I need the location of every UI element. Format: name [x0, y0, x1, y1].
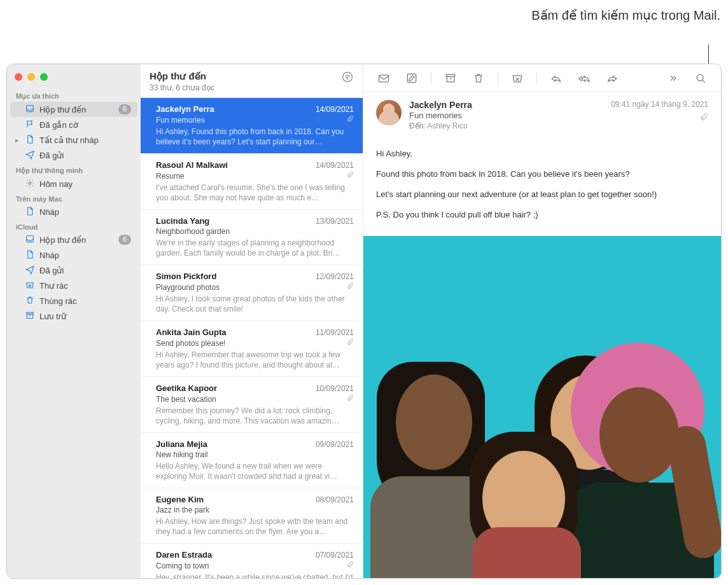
message-row[interactable]: Rasoul Al Malkawi14/09/2021ResumeI've at…: [141, 154, 363, 210]
sidebar-item-label: Tất cả thư nháp: [39, 135, 131, 145]
sidebar-item[interactable]: Lưu trữ: [10, 308, 137, 324]
sidebar-item-label: Lưu trữ: [39, 312, 131, 321]
inbox-icon: [24, 104, 36, 116]
search-button[interactable]: [689, 69, 712, 87]
doc-icon: [24, 206, 36, 218]
message-body-line: Let's start planning our next adventure …: [376, 188, 708, 202]
message-row[interactable]: Jackelyn Perra14/09/2021Fun memoriesHi A…: [141, 98, 363, 154]
to-label: Đến:: [409, 121, 426, 130]
message-from: Geetika Kapoor: [156, 383, 217, 393]
sidebar-item[interactable]: Thùng rác: [10, 293, 137, 308]
message-row[interactable]: Daren Estrada07/09/2021Coming to townHey…: [141, 544, 363, 578]
doc-icon: [24, 249, 36, 261]
attachment-icon: [611, 113, 708, 123]
message-preview: We're in the early stages of planning a …: [156, 238, 354, 258]
message-timestamp: 09:41 ngày 14 tháng 9, 2021: [611, 100, 708, 109]
more-button[interactable]: [661, 69, 684, 87]
message-subject: Resume: [156, 172, 185, 181]
inbox-subtitle: 33 thư, 6 chưa đọc: [150, 83, 214, 92]
sidebar-item[interactable]: Đã gửi: [10, 148, 137, 163]
trash-button[interactable]: [467, 69, 490, 87]
message-recipients: Đến: Ashley Rico: [409, 121, 603, 130]
sidebar: Mục ưa thíchHộp thư đến6Đã gắn cờ▸Tất cả…: [7, 64, 141, 578]
maximize-window-button[interactable]: [40, 73, 48, 81]
attachment-icon: [346, 171, 354, 181]
message-subject: Neighborhood garden: [156, 227, 230, 236]
filter-button[interactable]: [341, 71, 354, 85]
toolbar: [363, 64, 721, 92]
sidebar-item[interactable]: Đã gửi: [10, 263, 137, 278]
message-attachment-photo[interactable]: [363, 236, 721, 578]
message-preview: Hi Ashley, Found this photo from back in…: [156, 127, 354, 147]
message-row[interactable]: Eugene Kim08/09/2021Jazz in the parkHi A…: [141, 488, 363, 544]
forward-button[interactable]: [601, 69, 624, 87]
message-from: Ankita Jain Gupta: [156, 327, 227, 337]
attachment-icon: [346, 338, 354, 348]
message-list-pane: Hộp thư đến 33 thư, 6 chưa đọc Jackelyn …: [141, 64, 363, 578]
message-subject: Jazz in the park: [156, 506, 209, 514]
message-date: 14/09/2021: [316, 161, 354, 170]
junk-button[interactable]: [506, 69, 529, 87]
new-message-button[interactable]: [372, 69, 395, 87]
attachment-icon: [346, 394, 354, 404]
sidebar-section-label: Mục ưa thích: [7, 88, 141, 102]
attachment-icon: [346, 115, 354, 125]
message-row[interactable]: Juliana Mejia09/09/2021New hiking trailH…: [141, 433, 363, 488]
svg-point-0: [29, 182, 31, 184]
svg-rect-4: [379, 75, 389, 82]
sidebar-item[interactable]: Hộp thư đến6: [10, 232, 137, 247]
message-preview: Remember this journey? We did a lot: roc…: [156, 406, 354, 426]
reply-button[interactable]: [545, 69, 568, 87]
message-row[interactable]: Geetika Kapoor10/09/2021The best vacatio…: [141, 377, 363, 433]
svg-point-8: [697, 74, 703, 81]
archive-icon: [24, 310, 36, 322]
minimize-window-button[interactable]: [27, 73, 35, 81]
window-controls: [7, 69, 141, 88]
toolbar-separator: [498, 72, 498, 85]
chevron-right-icon: ▸: [15, 137, 18, 144]
sidebar-item-label: Hộp thư đến: [39, 105, 118, 114]
message-from: Eugene Kim: [156, 495, 204, 504]
message-subject: Playground photos: [156, 283, 220, 292]
archive-button[interactable]: [439, 69, 462, 87]
message-body-line: Hi Ashley,: [376, 147, 708, 161]
message-header: Jackelyn Perra Fun memories Đến: Ashley …: [363, 92, 721, 138]
message-body-line: P.S. Do you think I could pull off blue …: [376, 208, 708, 222]
sidebar-item[interactable]: Hôm nay: [10, 176, 137, 191]
message-list[interactable]: Jackelyn Perra14/09/2021Fun memoriesHi A…: [141, 98, 363, 578]
message-subject: Coming to town: [156, 561, 209, 570]
message-row[interactable]: Simon Pickford12/09/2021Playground photo…: [141, 265, 363, 321]
sidebar-item[interactable]: Thư rác: [10, 278, 137, 293]
message-from: Daren Estrada: [156, 550, 212, 560]
sidebar-item[interactable]: Nháp: [10, 247, 137, 263]
message-date: 07/09/2021: [316, 551, 354, 560]
sidebar-item-label: Thư rác: [39, 281, 131, 291]
sidebar-item[interactable]: Đã gắn cờ: [10, 117, 137, 132]
attachment-icon: [346, 282, 354, 292]
close-window-button[interactable]: [15, 73, 22, 81]
sender-name: Jackelyn Perra: [409, 100, 603, 110]
message-row[interactable]: Lucinda Yang13/09/2021Neighborhood garde…: [141, 210, 363, 265]
sidebar-item[interactable]: Nháp: [10, 204, 137, 219]
message-subject: Send photos please!: [156, 339, 225, 348]
compose-button[interactable]: [400, 69, 423, 87]
message-from: Juliana Mejia: [156, 439, 207, 449]
message-date: 11/09/2021: [316, 328, 354, 337]
message-row[interactable]: Ankita Jain Gupta11/09/2021Send photos p…: [141, 321, 363, 377]
inbox-title: Hộp thư đến: [150, 71, 214, 82]
sidebar-item[interactable]: ▸Tất cả thư nháp: [10, 132, 137, 148]
mail-window: Mục ưa thíchHộp thư đến6Đã gắn cờ▸Tất cả…: [6, 64, 722, 579]
sender-avatar[interactable]: [376, 100, 402, 125]
message-date: 09/09/2021: [316, 440, 354, 449]
message-from: Rasoul Al Malkawi: [156, 160, 228, 170]
callout-text: Bấm để tìm kiếm mục trong Mail.: [531, 6, 720, 24]
unread-badge: 6: [118, 235, 131, 245]
reader-pane: Jackelyn Perra Fun memories Đến: Ashley …: [363, 64, 721, 578]
message-date: 13/09/2021: [316, 217, 354, 226]
message-subject: New hiking trail: [156, 450, 207, 459]
sidebar-item[interactable]: Hộp thư đến6: [10, 102, 137, 117]
message-date: 14/09/2021: [316, 105, 354, 114]
reply-all-button[interactable]: [573, 69, 596, 87]
sent-icon: [24, 265, 36, 277]
message-date: 10/09/2021: [316, 384, 354, 393]
